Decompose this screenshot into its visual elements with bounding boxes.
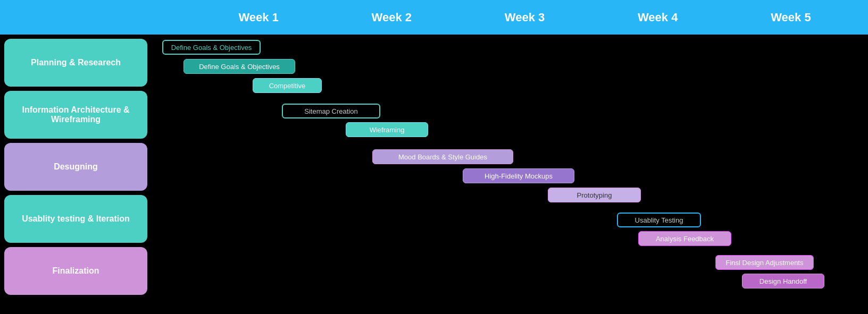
- task-bar-task4: Sitemap Creation: [282, 104, 380, 118]
- week-label-1: Week 1: [192, 11, 325, 24]
- week-label-2: Week 2: [325, 11, 458, 24]
- task-bar-task8: Prototyping: [548, 188, 641, 202]
- header: Week 1Week 2Week 3Week 4Week 5: [0, 0, 868, 35]
- task-bar-task7: High-Fidelity Mockups: [463, 168, 574, 183]
- sidebar-item-finalization: Finalization: [4, 247, 147, 295]
- sidebar-item-info-arch: Information Architecture & Wireframing: [4, 91, 147, 139]
- sidebar-item-usability: Usablity testing & Iteration: [4, 195, 147, 243]
- task-bar-task10: Analysis Feedback: [638, 231, 731, 246]
- task-bar-task5: Wieframing: [346, 122, 428, 137]
- week-label-5: Week 5: [724, 11, 857, 24]
- task-bar-task3: Competitive: [253, 78, 322, 93]
- task-bar-task9: Usablity Testing: [617, 213, 701, 227]
- week-label-4: Week 4: [591, 11, 724, 24]
- task-bar-task2: Define Goals & Objectives: [183, 59, 295, 74]
- task-bar-task12: Design Handoff: [742, 274, 824, 288]
- gantt-chart: Define Goals & ObjectivesDefine Goals & …: [152, 35, 868, 314]
- task-bar-task1: Define Goals & Objectives: [162, 40, 261, 55]
- task-bar-task11: Finsl Design Adjustments: [715, 255, 814, 270]
- sidebar: Planning & ResearechInformation Architec…: [0, 35, 152, 314]
- main-content: Planning & ResearechInformation Architec…: [0, 35, 868, 314]
- sidebar-item-planning: Planning & Researech: [4, 39, 147, 87]
- week-label-3: Week 3: [458, 11, 591, 24]
- week-labels: Week 1Week 2Week 3Week 4Week 5: [192, 11, 857, 24]
- task-bar-task6: Mood Boards & Style Guides: [372, 149, 513, 164]
- sidebar-item-designing: Desugning: [4, 143, 147, 191]
